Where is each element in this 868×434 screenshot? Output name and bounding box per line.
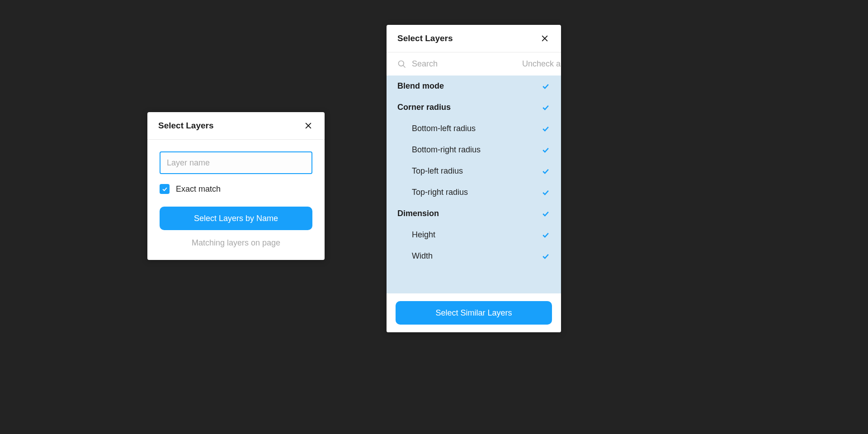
check-icon	[541, 103, 550, 112]
list-item[interactable]: Bottom-right radius	[387, 139, 561, 160]
panel-header: Select Layers	[387, 25, 561, 52]
check-icon	[541, 231, 550, 240]
list-item-label: Top-right radius	[397, 188, 468, 197]
panel-footer: Select Similar Layers	[387, 293, 561, 332]
search-row: Uncheck all	[387, 52, 561, 75]
select-similar-button[interactable]: Select Similar Layers	[396, 301, 552, 325]
check-icon	[541, 252, 550, 261]
list-item[interactable]: Blend mode	[387, 75, 561, 97]
close-button[interactable]	[539, 33, 550, 44]
panel-header: Select Layers	[147, 112, 325, 140]
list-item-label: Bottom-right radius	[397, 145, 481, 155]
close-button[interactable]	[303, 120, 314, 131]
check-icon	[541, 167, 550, 176]
list-item[interactable]: Height	[387, 224, 561, 245]
matching-hint: Matching layers on page	[160, 238, 312, 248]
check-icon	[541, 188, 550, 197]
list-item[interactable]: Top-left radius	[387, 160, 561, 182]
check-icon	[541, 209, 550, 218]
search-input[interactable]	[412, 59, 517, 69]
exact-match-label: Exact match	[176, 184, 221, 194]
list-item-label: Blend mode	[397, 81, 444, 91]
list-item-label: Bottom-left radius	[397, 124, 476, 133]
uncheck-all-button[interactable]: Uncheck all	[522, 59, 561, 69]
list-item-label: Top-left radius	[397, 166, 463, 176]
list-item-label: Corner radius	[397, 103, 451, 112]
select-by-name-button[interactable]: Select Layers by Name	[160, 207, 312, 230]
exact-match-row[interactable]: Exact match	[160, 184, 312, 194]
list-item-label: Dimension	[397, 209, 439, 218]
select-layers-by-name-panel: Select Layers Exact match Select Layers …	[147, 112, 325, 260]
layer-name-input[interactable]	[160, 151, 312, 174]
attribute-list[interactable]: Blend modeCorner radiusBottom-left radiu…	[387, 75, 561, 293]
svg-line-1	[403, 65, 406, 67]
list-item-label: Width	[397, 251, 433, 261]
list-item[interactable]: Corner radius	[387, 97, 561, 118]
search-icon	[397, 60, 406, 69]
list-item[interactable]: Top-right radius	[387, 182, 561, 203]
panel-body: Exact match Select Layers by Name Matchi…	[147, 140, 325, 260]
exact-match-checkbox[interactable]	[160, 184, 170, 194]
close-icon	[540, 34, 549, 43]
list-item-label: Height	[397, 230, 435, 240]
checkmark-icon	[161, 186, 168, 193]
list-item[interactable]: Width	[387, 245, 561, 267]
select-similar-layers-panel: Select Layers Uncheck all Blend modeCorn…	[387, 25, 561, 332]
panel-title: Select Layers	[158, 121, 214, 131]
check-icon	[541, 82, 550, 91]
check-icon	[541, 124, 550, 133]
panel-title: Select Layers	[397, 33, 453, 43]
list-item[interactable]: Dimension	[387, 203, 561, 224]
list-item[interactable]: Bottom-left radius	[387, 118, 561, 139]
close-icon	[304, 121, 313, 130]
check-icon	[541, 146, 550, 155]
svg-point-0	[399, 61, 404, 66]
